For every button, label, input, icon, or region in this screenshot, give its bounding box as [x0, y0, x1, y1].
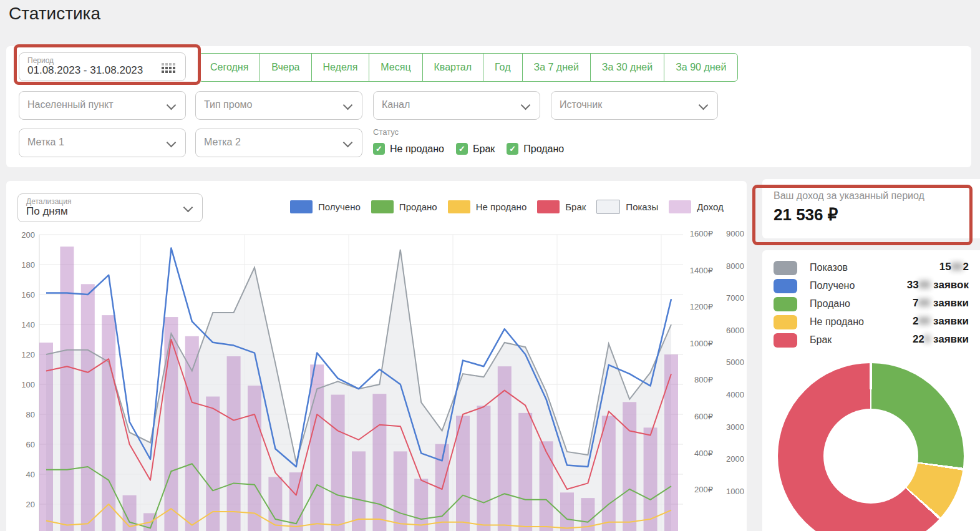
chevron-down-icon [167, 100, 177, 110]
svg-text:200₽: 200₽ [694, 485, 713, 494]
svg-text:400₽: 400₽ [694, 449, 713, 458]
svg-text:6000: 6000 [726, 326, 744, 335]
svg-text:1400₽: 1400₽ [690, 266, 713, 275]
legend-swatch [537, 200, 560, 213]
income-panel: Ваш доход за указанный период 21 536 ₽ [762, 179, 980, 238]
svg-text:80: 80 [26, 410, 35, 419]
income-value: 21 536 ₽ [774, 205, 838, 225]
bar-доход [206, 397, 220, 531]
svg-text:100: 100 [21, 380, 35, 389]
chevron-down-icon [343, 138, 353, 148]
bar-доход [331, 395, 345, 531]
checkbox-checked-icon[interactable]: ✓ [507, 143, 518, 155]
quick-range-button[interactable]: Вчера [260, 53, 311, 82]
bar-доход [81, 284, 95, 531]
bar-доход [602, 416, 616, 531]
quick-range-button[interactable]: Год [483, 53, 522, 82]
stat-label: Брак [810, 334, 832, 346]
quick-range-group: СегодняВчераНеделяМесяцКварталГодЗа 7 дн… [198, 53, 738, 82]
detail-value: По дням [26, 205, 68, 218]
detail-select[interactable]: Детализация По дням [17, 193, 203, 222]
svg-text:20: 20 [26, 500, 35, 509]
donut-hole [823, 409, 918, 504]
quick-range-button[interactable]: Месяц [369, 53, 422, 82]
stat-value: 3300 заявок [907, 279, 969, 291]
svg-text:7000: 7000 [726, 293, 744, 303]
filter-select[interactable]: Канал [373, 91, 540, 120]
bar-доход [560, 492, 574, 531]
legend-swatch [290, 200, 313, 213]
legend-item[interactable]: Доход [669, 200, 724, 213]
stat-label: Получено [810, 280, 855, 291]
bar-доход [394, 451, 407, 531]
legend-label: Показы [626, 202, 658, 212]
blurred-digits: 0 [924, 333, 930, 345]
legend-item[interactable]: Показы [596, 200, 658, 214]
quick-range-button[interactable]: За 30 дней [590, 53, 664, 82]
filter-select[interactable]: Тип промо [195, 91, 362, 120]
filter-select[interactable]: Источник [551, 91, 718, 120]
stat-label: Не продано [810, 316, 864, 328]
svg-text:1000₽: 1000₽ [690, 339, 713, 348]
filter-select[interactable]: Метка 2 [195, 129, 362, 157]
select-placeholder: Метка 1 [27, 137, 64, 148]
period-value: 01.08.2023 - 31.08.2023 [27, 64, 143, 77]
svg-text:1200₽: 1200₽ [690, 302, 713, 311]
chevron-down-icon [699, 100, 709, 110]
stat-value: 200 заявки [913, 315, 969, 328]
quick-range-button[interactable]: Неделя [311, 53, 370, 82]
filter-select[interactable]: Метка 1 [19, 129, 186, 157]
stat-swatch [774, 315, 797, 329]
status-checkbox-item[interactable]: ✓Продано [507, 143, 564, 155]
donut-chart [778, 363, 964, 531]
svg-text:9000: 9000 [726, 229, 744, 238]
svg-text:3000: 3000 [726, 422, 744, 432]
legend-item[interactable]: Брак [537, 200, 586, 213]
status-filter: Статус ✓Не продано✓Брак✓Продано [373, 127, 564, 155]
stat-value: 700 заявки [913, 297, 969, 309]
filter-select[interactable]: Населенный пункт [19, 91, 186, 120]
stat-label: Показов [810, 262, 848, 273]
filters-panel: Период 01.08.2023 - 31.08.2023 СегодняВч… [6, 46, 971, 167]
stat-swatch [774, 333, 797, 348]
legend-swatch [669, 200, 691, 213]
page-title: Статистика [9, 4, 100, 24]
checkbox-checked-icon[interactable]: ✓ [456, 143, 468, 155]
status-label: Статус [373, 127, 564, 137]
legend-item[interactable]: Не продано [448, 200, 527, 213]
select-placeholder: Метка 2 [204, 137, 241, 148]
statistics-page: Статистика Период 01.08.2023 - 31.08.202… [0, 0, 980, 531]
svg-text:4000: 4000 [726, 390, 744, 399]
bar-доход [248, 386, 261, 531]
status-checkbox-item[interactable]: ✓Не продано [373, 143, 444, 155]
stat-row: Показов15002 [774, 261, 969, 276]
bar-доход [414, 479, 428, 531]
quick-range-button[interactable]: За 90 дней [664, 53, 738, 82]
legend-item[interactable]: Получено [290, 200, 361, 213]
period-input[interactable]: Период 01.08.2023 - 31.08.2023 [19, 52, 186, 81]
bar-доход [644, 427, 657, 531]
stat-label: Продано [810, 298, 850, 309]
quick-range-button[interactable]: Квартал [422, 53, 483, 82]
chart-legend: ПолученоПроданоНе проданоБракПоказыДоход [290, 200, 724, 214]
quick-range-button[interactable]: За 7 дней [522, 53, 591, 82]
legend-label: Не продано [476, 202, 527, 212]
stat-value: 220 заявки [913, 333, 969, 346]
legend-item[interactable]: Продано [371, 200, 437, 213]
bar-доход [164, 317, 178, 531]
stat-row: Не продано200 заявки [774, 315, 969, 330]
bar-доход [518, 413, 532, 531]
checkbox-label: Продано [523, 144, 564, 155]
stats-panel: Показов15002Получено3300 заявокПродано70… [762, 250, 980, 531]
select-placeholder: Источник [560, 99, 602, 110]
status-checkbox-item[interactable]: ✓Брак [456, 143, 495, 155]
quick-range-button[interactable]: Сегодня [198, 53, 260, 82]
checkbox-checked-icon[interactable]: ✓ [373, 143, 385, 155]
calendar-grid-icon[interactable] [162, 63, 175, 73]
blurred-digits: 00 [919, 279, 931, 291]
svg-text:8000: 8000 [726, 261, 744, 271]
period-label: Период [27, 56, 54, 65]
select-placeholder: Населенный пункт [27, 99, 114, 110]
legend-label: Доход [697, 202, 724, 212]
chart-panel: Детализация По дням ПолученоПроданоНе пр… [6, 181, 747, 531]
